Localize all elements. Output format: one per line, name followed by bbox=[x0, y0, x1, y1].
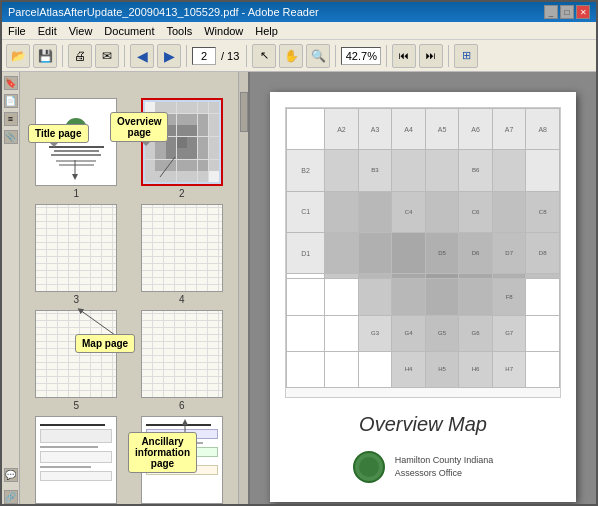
thumb-map-4 bbox=[142, 205, 222, 291]
thumbnails-panel: Title page Overviewpage bbox=[20, 72, 250, 506]
thumb-item-3[interactable]: 3 bbox=[26, 204, 127, 305]
title-thumb-logo bbox=[65, 118, 87, 140]
menu-view[interactable]: View bbox=[69, 25, 93, 37]
thumb-page-num-6: 6 bbox=[179, 400, 185, 411]
thumb-item-1[interactable]: 1 bbox=[26, 98, 127, 199]
save-button[interactable]: 💾 bbox=[33, 44, 57, 68]
main-area: 🔖 📄 ≡ 📎 💬 🔗 bbox=[2, 72, 596, 506]
back-button[interactable]: ◀ bbox=[130, 44, 154, 68]
left-nav: 🔖 📄 ≡ 📎 💬 🔗 bbox=[2, 72, 20, 506]
window-title: ParcelAtlasAfterUpdate_20090413_105529.p… bbox=[8, 6, 544, 18]
toolbar-sep-3 bbox=[186, 45, 187, 67]
title-thumb-line5 bbox=[59, 164, 94, 166]
title-thumb-line3 bbox=[51, 154, 101, 156]
search-button[interactable]: 🔍 bbox=[306, 44, 330, 68]
email-button[interactable]: ✉ bbox=[95, 44, 119, 68]
document-view: A2 A3 A4 A5 A6 A7 A8 B2 bbox=[250, 72, 596, 506]
thumb-item-7[interactable]: 7 bbox=[26, 416, 127, 506]
page-number-input[interactable] bbox=[192, 47, 216, 65]
footer-logo-inner bbox=[359, 457, 379, 477]
title-thumb-line bbox=[49, 146, 104, 148]
nav-stamp[interactable]: 🔗 bbox=[4, 490, 18, 504]
menu-window[interactable]: Window bbox=[204, 25, 243, 37]
hand-tool[interactable]: ✋ bbox=[279, 44, 303, 68]
thumb-item-2[interactable]: 2 bbox=[132, 98, 233, 199]
window-controls: _ □ ✕ bbox=[544, 5, 590, 19]
print-button[interactable]: 🖨 bbox=[68, 44, 92, 68]
thumb-anc-8 bbox=[146, 424, 218, 475]
thumb-page-num-5: 5 bbox=[73, 400, 79, 411]
first-page-button[interactable]: ⏮ bbox=[392, 44, 416, 68]
footer-text: Hamilton County Indiana Assessors Office bbox=[395, 454, 494, 479]
toolbar: 📂 💾 🖨 ✉ ◀ ▶ / 13 ↖ ✋ 🔍 ⏮ ⏭ ⊞ bbox=[2, 40, 596, 72]
toolbar-sep-1 bbox=[62, 45, 63, 67]
thumb-item-8[interactable]: 8 bbox=[132, 416, 233, 506]
minimize-button[interactable]: _ bbox=[544, 5, 558, 19]
toolbar-sep-5 bbox=[335, 45, 336, 67]
thumb-anc-7 bbox=[40, 424, 112, 481]
thumb-item-4[interactable]: 4 bbox=[132, 204, 233, 305]
thumb-map-5 bbox=[36, 311, 116, 397]
menu-help[interactable]: Help bbox=[255, 25, 278, 37]
menu-file[interactable]: File bbox=[8, 25, 26, 37]
page-total: / 13 bbox=[219, 50, 241, 62]
select-tool[interactable]: ↖ bbox=[252, 44, 276, 68]
nav-layers[interactable]: ≡ bbox=[4, 112, 18, 126]
overview-map-title: Overview Map bbox=[285, 408, 561, 441]
nav-attachments[interactable]: 📎 bbox=[4, 130, 18, 144]
footer-text-line1: Hamilton County Indiana bbox=[395, 454, 494, 467]
thumb-item-6[interactable]: 6 bbox=[132, 310, 233, 411]
nav-comments[interactable]: 💬 bbox=[4, 468, 18, 482]
fit-page-button[interactable]: ⊞ bbox=[454, 44, 478, 68]
toolbar-sep-6 bbox=[386, 45, 387, 67]
thumb-page-num-1: 1 bbox=[73, 188, 79, 199]
thumb-map-6 bbox=[142, 311, 222, 397]
thumbnails-grid: 1 bbox=[26, 98, 232, 506]
menu-tools[interactable]: Tools bbox=[167, 25, 193, 37]
toolbar-sep-7 bbox=[448, 45, 449, 67]
overview-map-footer: Hamilton County Indiana Assessors Office bbox=[285, 447, 561, 487]
app-window: ParcelAtlasAfterUpdate_20090413_105529.p… bbox=[0, 0, 598, 506]
document-page: A2 A3 A4 A5 A6 A7 A8 B2 bbox=[270, 92, 576, 502]
nav-bookmarks[interactable]: 🔖 bbox=[4, 76, 18, 90]
thumb-page-num-4: 4 bbox=[179, 294, 185, 305]
thumb-page-num-3: 3 bbox=[73, 294, 79, 305]
forward-button[interactable]: ▶ bbox=[157, 44, 181, 68]
footer-logo bbox=[353, 451, 385, 483]
footer-text-line2: Assessors Office bbox=[395, 467, 494, 480]
thumbnail-scrollbar[interactable] bbox=[238, 72, 248, 506]
scroll-thumb[interactable] bbox=[240, 92, 248, 132]
thumb-overview-grid bbox=[145, 102, 219, 182]
title-thumb-line4 bbox=[56, 160, 96, 162]
overview-map-grid: A2 A3 A4 A5 A6 A7 A8 B2 bbox=[286, 108, 560, 388]
toolbar-sep-2 bbox=[124, 45, 125, 67]
toolbar-sep-4 bbox=[246, 45, 247, 67]
thumbnails-scroll-area: Title page Overviewpage bbox=[20, 72, 238, 506]
maximize-button[interactable]: □ bbox=[560, 5, 574, 19]
menu-edit[interactable]: Edit bbox=[38, 25, 57, 37]
menu-document[interactable]: Document bbox=[104, 25, 154, 37]
title-thumb-line2 bbox=[54, 150, 99, 152]
open-button[interactable]: 📂 bbox=[6, 44, 30, 68]
zoom-input[interactable] bbox=[341, 47, 381, 65]
last-page-button[interactable]: ⏭ bbox=[419, 44, 443, 68]
menu-bar: File Edit View Document Tools Window Hel… bbox=[2, 22, 596, 40]
overview-map-container: A2 A3 A4 A5 A6 A7 A8 B2 bbox=[285, 107, 561, 398]
thumb-item-5[interactable]: 5 bbox=[26, 310, 127, 411]
title-bar: ParcelAtlasAfterUpdate_20090413_105529.p… bbox=[2, 2, 596, 22]
nav-pages[interactable]: 📄 bbox=[4, 94, 18, 108]
close-button[interactable]: ✕ bbox=[576, 5, 590, 19]
thumb-page-num-2: 2 bbox=[179, 188, 185, 199]
thumb-map-3 bbox=[36, 205, 116, 291]
